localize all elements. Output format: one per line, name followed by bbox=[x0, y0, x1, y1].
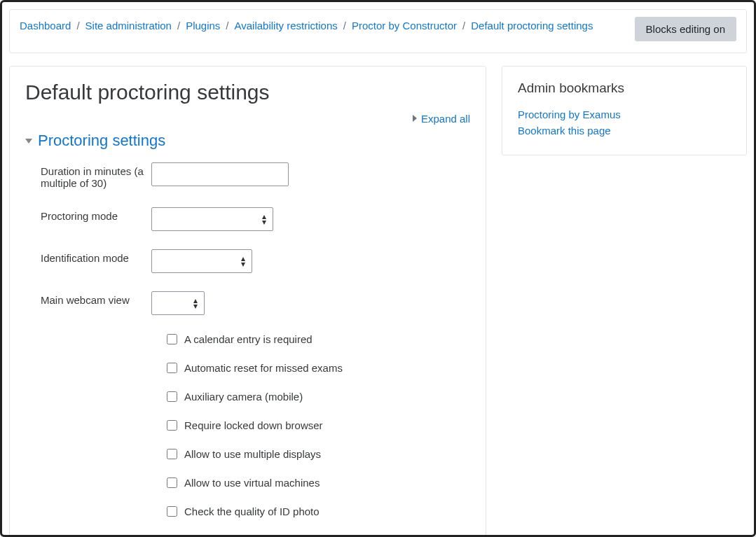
locked-browser-label: Require locked down browser bbox=[184, 419, 323, 431]
breadcrumb-proctor-by-constructor[interactable]: Proctor by Constructor bbox=[352, 20, 457, 32]
id-photo-quality-checkbox[interactable] bbox=[167, 506, 177, 517]
breadcrumb-plugins[interactable]: Plugins bbox=[186, 20, 220, 32]
breadcrumb-separator: / bbox=[74, 20, 82, 32]
multiple-displays-checkbox[interactable] bbox=[167, 449, 177, 459]
auto-reset-label: Automatic reset for missed exams bbox=[184, 362, 343, 374]
expand-all-link[interactable]: Expand all bbox=[413, 113, 470, 125]
breadcrumb-availability-restrictions[interactable]: Availability restrictions bbox=[235, 20, 338, 32]
main-webcam-select[interactable] bbox=[151, 291, 205, 315]
expand-all-label: Expand all bbox=[421, 113, 470, 125]
breadcrumb-separator: / bbox=[341, 20, 349, 32]
page-title: Default proctoring settings bbox=[25, 81, 470, 104]
bookmark-link-bookmark-this-page[interactable]: Bookmark this page bbox=[518, 125, 731, 137]
locked-browser-checkbox[interactable] bbox=[167, 420, 177, 431]
proctoring-mode-select[interactable] bbox=[151, 207, 273, 231]
content-columns: Default proctoring settings Expand all P… bbox=[9, 66, 747, 537]
chevron-right-icon bbox=[413, 115, 417, 122]
duration-label: Duration in minutes (a multiple of 30) bbox=[25, 162, 151, 189]
proctoring-mode-label: Proctoring mode bbox=[25, 207, 151, 222]
bookmark-link-proctoring-by-examus[interactable]: Proctoring by Examus bbox=[518, 109, 731, 120]
virtual-machines-checkbox[interactable] bbox=[167, 477, 177, 488]
auto-reset-checkbox[interactable] bbox=[167, 363, 177, 373]
breadcrumb-site-administration[interactable]: Site administration bbox=[85, 20, 172, 32]
calendar-entry-checkbox[interactable] bbox=[167, 334, 177, 344]
calendar-entry-label: A calendar entry is required bbox=[184, 333, 312, 345]
topbar: Dashboard / Site administration / Plugin… bbox=[9, 9, 747, 53]
breadcrumb-default-proctoring-settings[interactable]: Default proctoring settings bbox=[471, 20, 593, 32]
field-row-duration: Duration in minutes (a multiple of 30) bbox=[25, 162, 470, 189]
expand-all-row: Expand all bbox=[25, 113, 470, 125]
field-row-main-webcam: Main webcam view ▴▾ bbox=[25, 291, 470, 315]
virtual-machines-label: Allow to use virtual machines bbox=[184, 477, 319, 489]
admin-bookmarks-links: Proctoring by Examus Bookmark this page bbox=[518, 109, 731, 137]
breadcrumb: Dashboard / Site administration / Plugin… bbox=[20, 17, 593, 32]
section-heading-proctoring-settings[interactable]: Proctoring settings bbox=[25, 132, 470, 150]
field-row-proctoring-mode: Proctoring mode ▴▾ bbox=[25, 207, 470, 231]
checkbox-row-multiple-displays: Allow to use multiple displays bbox=[167, 448, 470, 460]
id-photo-quality-label: Check the quality of ID photo bbox=[184, 505, 319, 517]
checkbox-row-id-photo-quality: Check the quality of ID photo bbox=[167, 505, 470, 517]
checkbox-row-calendar-entry: A calendar entry is required bbox=[167, 333, 470, 345]
checkbox-row-auto-reset: Automatic reset for missed exams bbox=[167, 362, 470, 374]
admin-bookmarks-block: Admin bookmarks Proctoring by Examus Boo… bbox=[502, 66, 747, 155]
breadcrumb-dashboard[interactable]: Dashboard bbox=[20, 20, 71, 32]
breadcrumb-separator: / bbox=[174, 20, 183, 32]
checkbox-row-virtual-machines: Allow to use virtual machines bbox=[167, 477, 470, 489]
checkbox-row-aux-camera: Auxiliary camera (mobile) bbox=[167, 391, 470, 403]
breadcrumb-separator: / bbox=[460, 20, 468, 32]
duration-input[interactable] bbox=[151, 162, 289, 186]
checkbox-row-locked-browser: Require locked down browser bbox=[167, 419, 470, 431]
breadcrumb-separator: / bbox=[223, 20, 231, 32]
chevron-down-icon bbox=[25, 139, 32, 144]
main-webcam-label: Main webcam view bbox=[25, 291, 151, 306]
admin-bookmarks-title: Admin bookmarks bbox=[518, 81, 731, 96]
main-panel: Default proctoring settings Expand all P… bbox=[9, 66, 486, 537]
identification-mode-label: Identification mode bbox=[25, 249, 151, 264]
multiple-displays-label: Allow to use multiple displays bbox=[184, 448, 321, 460]
aux-camera-checkbox[interactable] bbox=[167, 391, 177, 402]
section-heading-label: Proctoring settings bbox=[38, 132, 165, 149]
aux-camera-label: Auxiliary camera (mobile) bbox=[184, 391, 303, 403]
blocks-editing-button[interactable]: Blocks editing on bbox=[635, 17, 736, 41]
field-row-identification-mode: Identification mode ▴▾ bbox=[25, 249, 470, 273]
identification-mode-select[interactable] bbox=[151, 249, 252, 273]
